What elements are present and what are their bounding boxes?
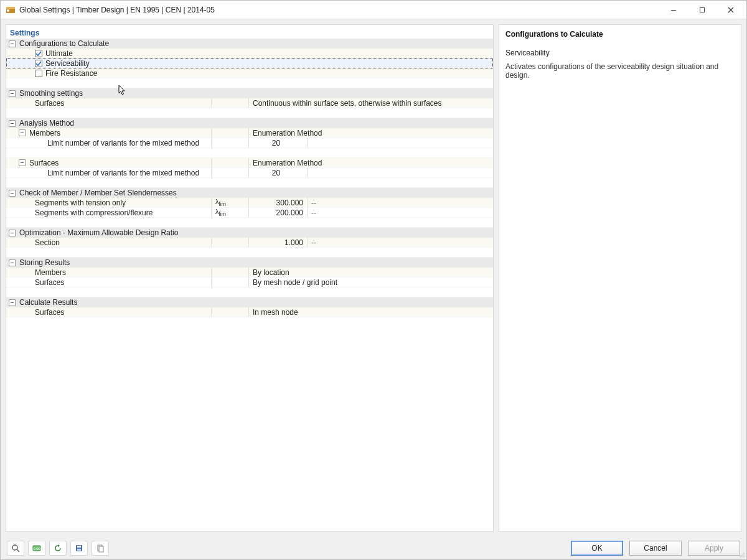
collapse-icon[interactable] (9, 259, 16, 266)
settings-tree-panel: Settings Configurations to Calculate Ult… (6, 24, 494, 532)
tree-line (6, 98, 35, 108)
spacer (6, 178, 493, 188)
row-tension[interactable]: Segments with tension only λlim 300.000 … (6, 198, 493, 208)
row-analysis-surfaces-limit[interactable]: Limit number of variants for the mixed m… (6, 168, 493, 178)
value-tension[interactable]: 300.000 (249, 198, 308, 207)
tree-line (6, 307, 35, 317)
checkbox-fire-resistance[interactable] (35, 70, 42, 77)
units-tool-button[interactable]: 0,00 (28, 541, 45, 556)
row-analysis-members-limit[interactable]: Limit number of variants for the mixed m… (6, 138, 493, 148)
collapse-icon[interactable] (9, 299, 16, 306)
ok-button[interactable]: OK (571, 541, 623, 556)
group-smoothing[interactable]: Smoothing settings (6, 88, 493, 98)
svg-line-6 (17, 549, 19, 552)
label-smoothing-surfaces: Surfaces (35, 99, 64, 108)
label-ultimate: Ultimate (45, 49, 73, 58)
svg-point-5 (12, 545, 17, 550)
spacer (6, 287, 493, 297)
tree-line (6, 168, 47, 177)
row-smoothing-surfaces[interactable]: Surfaces Continuous within surface sets,… (6, 98, 493, 108)
group-analysis-label: Analysis Method (19, 119, 74, 128)
row-fire-resistance[interactable]: Fire Resistance (6, 68, 493, 78)
value-analysis-surfaces[interactable]: Enumeration Method (249, 158, 493, 167)
tree-line (6, 49, 35, 58)
label-storing-surfaces: Surfaces (35, 278, 64, 287)
apply-button[interactable]: Apply (688, 541, 740, 556)
row-ultimate[interactable]: Ultimate (6, 49, 493, 58)
svg-point-15 (741, 554, 743, 556)
checkbox-ultimate[interactable] (35, 50, 42, 57)
group-configurations[interactable]: Configurations to Calculate (6, 39, 493, 49)
group-optimization[interactable]: Optimization - Maximum Allowable Design … (6, 228, 493, 238)
cell-symbol (212, 307, 249, 317)
row-section[interactable]: Section 1.000 -- (6, 238, 493, 248)
close-button[interactable] (716, 1, 745, 19)
cell-unit (308, 168, 493, 177)
svg-rect-10 (77, 546, 81, 548)
group-slenderness-label: Check of Member / Member Set Slenderness… (19, 189, 177, 197)
collapse-icon[interactable] (9, 190, 16, 197)
cancel-button[interactable]: Cancel (629, 541, 682, 556)
label-calc-surfaces: Surfaces (35, 308, 64, 317)
reset-tool-button[interactable] (49, 541, 67, 556)
value-storing-members[interactable]: By location (249, 268, 493, 277)
settings-tree[interactable]: Configurations to Calculate Ultimate Ser… (6, 39, 493, 531)
settings-header: Settings (6, 25, 493, 39)
symbol-lambda-lim: λlim (212, 208, 249, 217)
cell-symbol (212, 158, 249, 167)
label-analysis-members-limit: Limit number of variants for the mixed m… (47, 139, 199, 147)
svg-rect-13 (99, 546, 103, 552)
row-calc-surfaces[interactable]: Surfaces In mesh node (6, 307, 493, 317)
row-storing-members[interactable]: Members By location (6, 268, 493, 278)
cell-symbol (212, 238, 249, 247)
group-calculate[interactable]: Calculate Results (6, 297, 493, 307)
value-smoothing-surfaces[interactable]: Continuous within surface sets, otherwis… (249, 98, 493, 108)
value-analysis-members-limit[interactable]: 20 (249, 138, 308, 147)
svg-point-2 (7, 9, 9, 12)
spacer (6, 248, 493, 258)
row-compression[interactable]: Segments with compression/flexure λlim 2… (6, 208, 493, 218)
label-serviceability: Serviceability (45, 59, 90, 68)
resize-grip-icon[interactable] (738, 551, 745, 558)
svg-rect-11 (77, 549, 81, 551)
row-storing-surfaces[interactable]: Surfaces By mesh node / grid point (6, 278, 493, 287)
unit-section: -- (308, 238, 493, 247)
collapse-icon[interactable] (19, 129, 26, 136)
minimize-button[interactable] (659, 1, 688, 19)
collapse-icon[interactable] (9, 120, 16, 127)
row-serviceability[interactable]: Serviceability (6, 58, 493, 68)
value-compression[interactable]: 200.000 (249, 208, 308, 217)
value-calc-surfaces[interactable]: In mesh node (249, 307, 493, 317)
symbol-lambda-lim: λlim (212, 198, 249, 207)
save-tool-button[interactable] (70, 541, 88, 556)
cell-symbol (212, 278, 249, 287)
window-title: Global Settings | Timber Design | EN 199… (19, 6, 659, 14)
row-analysis-surfaces[interactable]: Surfaces Enumeration Method (6, 158, 493, 168)
value-analysis-members[interactable]: Enumeration Method (249, 128, 493, 138)
collapse-icon[interactable] (9, 40, 16, 47)
group-storing[interactable]: Storing Results (6, 258, 493, 268)
copy-tool-button[interactable] (92, 541, 109, 556)
collapse-icon[interactable] (19, 159, 26, 166)
label-tension: Segments with tension only (35, 198, 126, 207)
row-analysis-members[interactable]: Members Enumeration Method (6, 128, 493, 138)
collapse-icon[interactable] (9, 90, 16, 97)
group-slenderness[interactable]: Check of Member / Member Set Slenderness… (6, 188, 493, 198)
label-analysis-members: Members (29, 129, 60, 138)
group-analysis[interactable]: Analysis Method (6, 118, 493, 128)
collapse-icon[interactable] (9, 230, 16, 236)
maximize-button[interactable] (688, 1, 716, 19)
search-tool-button[interactable] (7, 541, 24, 556)
value-storing-surfaces[interactable]: By mesh node / grid point (249, 278, 493, 287)
svg-point-17 (740, 556, 741, 558)
group-configurations-label: Configurations to Calculate (19, 39, 109, 48)
value-section[interactable]: 1.000 (249, 238, 308, 247)
checkbox-serviceability[interactable] (35, 60, 42, 67)
tree-line (6, 68, 35, 78)
svg-rect-1 (6, 7, 15, 9)
app-icon (6, 5, 16, 15)
info-description: Activates configurations of the servicea… (505, 62, 735, 80)
svg-point-14 (743, 553, 745, 554)
value-analysis-surfaces-limit[interactable]: 20 (249, 168, 308, 177)
spacer (6, 218, 493, 228)
